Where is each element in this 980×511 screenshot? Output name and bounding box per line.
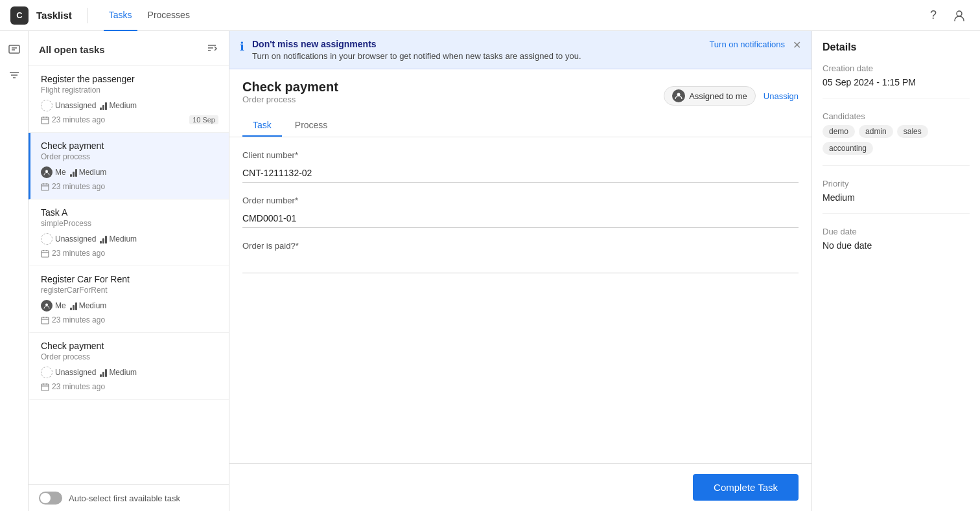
svg-rect-24 <box>41 317 49 324</box>
assigned-to-label: Assigned to me <box>689 91 747 101</box>
task-time: 23 minutes ago <box>41 115 105 124</box>
details-panel: Details Creation date 05 Sep 2024 - 1:15… <box>811 31 980 511</box>
task-item[interactable]: Task A simpleProcess Unassigned <box>29 199 229 266</box>
task-item[interactable]: Register Car For Rent registerCarForRent… <box>29 266 229 333</box>
form-field-order-number: Order number* <box>242 196 799 228</box>
order-number-input[interactable] <box>242 209 799 228</box>
task-assignee: Unassigned <box>41 367 96 378</box>
tab-processes[interactable]: Processes <box>143 0 195 31</box>
sidebar-filter-icon[interactable] <box>4 65 25 85</box>
task-item[interactable]: Check payment Order process Me <box>29 133 229 199</box>
task-list: All open tasks Register the passenger Fl… <box>29 31 229 511</box>
unassigned-icon <box>41 367 52 378</box>
task-item-sub: simpleProcess <box>41 219 218 228</box>
auto-select-label: Auto-select first available task <box>69 494 180 503</box>
task-item-sub: registerCarForRent <box>41 286 218 295</box>
priority-section: Priority Medium <box>822 179 970 214</box>
task-item-meta: Unassigned Medium <box>41 367 218 378</box>
notif-content: Don't miss new assignments Turn on notif… <box>252 39 785 61</box>
task-time: 23 minutes ago <box>41 182 105 191</box>
svg-rect-15 <box>41 184 49 190</box>
task-priority: Medium <box>70 301 107 310</box>
task-item-sub: Order process <box>41 352 218 361</box>
svg-rect-10 <box>41 117 49 124</box>
tab-process[interactable]: Process <box>285 115 338 137</box>
creation-date-label: Creation date <box>822 63 970 73</box>
task-item-meta: Unassigned Medium <box>41 100 218 111</box>
assigned-badge: Assigned to me <box>664 86 756 106</box>
task-priority: Medium <box>100 234 137 244</box>
form-field-order-paid: Order is paid?* <box>242 241 799 273</box>
task-detail-name: Check payment <box>242 80 338 95</box>
unassigned-icon <box>41 100 52 111</box>
task-priority: Medium <box>100 368 137 377</box>
task-item-meta: Me Medium <box>41 166 218 178</box>
due-date-value: No due date <box>822 240 970 251</box>
client-number-input[interactable] <box>242 164 799 183</box>
task-item-meta: Unassigned Medium <box>41 233 218 245</box>
candidate-tag: admin <box>859 125 893 138</box>
task-item-name: Check payment <box>41 141 218 151</box>
nav-separator <box>88 8 88 23</box>
task-tabs: Task Process <box>242 115 799 137</box>
candidate-tag: sales <box>897 125 928 138</box>
form-field-client-number: Client number* <box>242 150 799 183</box>
sort-icon[interactable] <box>205 41 218 58</box>
top-nav: C Tasklist Tasks Processes ? <box>0 0 980 31</box>
svg-point-14 <box>45 170 48 173</box>
task-list-header: All open tasks <box>29 31 229 66</box>
app-logo: C <box>10 6 29 25</box>
turn-on-notifications-button[interactable]: Turn on notifications <box>709 40 785 49</box>
notif-title: Don't miss new assignments Turn on notif… <box>252 39 785 49</box>
tab-task[interactable]: Task <box>242 115 282 137</box>
task-item[interactable]: Register the passenger Flight registrati… <box>29 66 229 133</box>
sidebar-add-icon[interactable] <box>4 39 25 60</box>
order-number-label: Order number* <box>242 196 799 205</box>
task-priority: Medium <box>100 101 137 110</box>
task-list-title: All open tasks <box>39 44 105 55</box>
notification-banner: ℹ Don't miss new assignments Turn on not… <box>229 31 811 69</box>
task-assignee: Me <box>41 166 66 178</box>
task-item-meta: Me Medium <box>41 300 218 312</box>
task-time: 23 minutes ago <box>41 315 105 324</box>
task-detail-header: Check payment Order process Assigned to … <box>229 69 811 137</box>
user-icon[interactable] <box>949 5 970 26</box>
task-detail-actions: Assigned to me Unassign <box>664 86 799 106</box>
candidate-tag: accounting <box>822 142 873 155</box>
svg-point-23 <box>45 304 48 306</box>
task-time: 23 minutes ago <box>41 382 105 391</box>
task-form: Client number* Order number* Order is pa… <box>229 137 811 463</box>
svg-rect-19 <box>41 251 49 257</box>
auto-select-toggle[interactable] <box>39 492 62 505</box>
assigned-badge-icon <box>672 89 685 102</box>
client-number-label: Client number* <box>242 150 799 160</box>
help-icon[interactable]: ? <box>923 5 944 26</box>
notif-desc: Turn on notifications in your browser to… <box>252 51 785 61</box>
app-title: Tasklist <box>36 10 72 21</box>
candidates-section: Candidates demo admin sales accounting <box>822 111 970 166</box>
complete-task-button[interactable]: Complete Task <box>693 474 799 501</box>
priority-value: Medium <box>822 192 970 203</box>
svg-rect-1 <box>9 45 19 53</box>
auto-select-bar: Auto-select first available task <box>29 484 229 511</box>
candidates-list: demo admin sales accounting <box>822 125 970 155</box>
task-date-badge: 10 Sep <box>189 115 218 124</box>
tab-tasks[interactable]: Tasks <box>104 0 137 31</box>
task-item[interactable]: Check payment Order process Unassigned <box>29 333 229 400</box>
creation-date-section: Creation date 05 Sep 2024 - 1:15 PM <box>822 63 970 98</box>
assignee-avatar <box>41 166 52 178</box>
main-content: ℹ Don't miss new assignments Turn on not… <box>229 31 811 511</box>
assignee-avatar <box>41 300 52 312</box>
task-form-footer: Complete Task <box>229 463 811 511</box>
details-panel-title: Details <box>822 41 970 53</box>
unassign-button[interactable]: Unassign <box>764 91 799 101</box>
task-item-name: Task A <box>41 207 218 218</box>
order-paid-input[interactable] <box>242 255 799 273</box>
task-assignee: Unassigned <box>41 100 96 111</box>
task-assignee: Unassigned <box>41 233 96 245</box>
task-time: 23 minutes ago <box>41 249 105 258</box>
close-notification-icon[interactable]: ✕ <box>793 39 801 51</box>
task-items: Register the passenger Flight registrati… <box>29 66 229 484</box>
task-detail-title-row: Check payment Order process Assigned to … <box>242 80 799 112</box>
task-item-name: Register Car For Rent <box>41 274 218 284</box>
